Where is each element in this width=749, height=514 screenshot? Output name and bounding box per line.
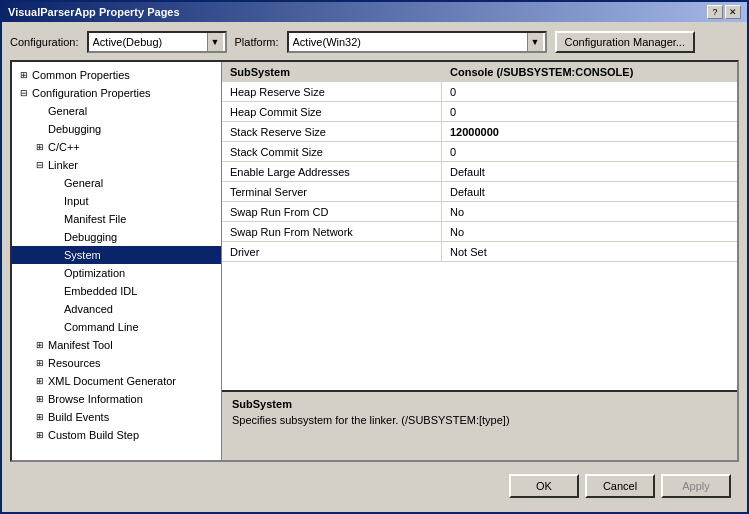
tree-item-xml-doc-gen[interactable]: ⊞XML Document Generator — [12, 372, 221, 390]
prop-row-7[interactable]: Swap Run From NetworkNo — [222, 222, 737, 242]
prop-row-4[interactable]: Enable Large AddressesDefault — [222, 162, 737, 182]
tree-item-linker-input[interactable]: Input — [12, 192, 221, 210]
tree-item-label-debugging: Debugging — [48, 123, 221, 135]
expand-icon-linker: ⊟ — [32, 157, 48, 173]
expand-icon-common-props: ⊞ — [16, 67, 32, 83]
prop-row-1[interactable]: Heap Commit Size0 — [222, 102, 737, 122]
tree-item-label-embedded-idl: Embedded IDL — [64, 285, 221, 297]
prop-row-3[interactable]: Stack Commit Size0 — [222, 142, 737, 162]
tree-item-label-linker-general: General — [64, 177, 221, 189]
prop-name-7: Swap Run From Network — [222, 222, 442, 241]
tree-item-cpp[interactable]: ⊞C/C++ — [12, 138, 221, 156]
tree-item-label-system: System — [64, 249, 221, 261]
prop-value-6: No — [442, 202, 737, 221]
platform-label: Platform: — [235, 36, 279, 48]
main-panel: ⊞Common Properties⊟Configuration Propert… — [10, 60, 739, 462]
expand-icon-optimization — [48, 265, 64, 281]
top-bar: Configuration: Active(Debug) ▼ Platform:… — [10, 30, 739, 54]
tree-item-debugging[interactable]: Debugging — [12, 120, 221, 138]
help-button[interactable]: ? — [707, 5, 723, 19]
window-title: VisualParserApp Property Pages — [8, 6, 180, 18]
apply-button[interactable]: Apply — [661, 474, 731, 498]
ok-button[interactable]: OK — [509, 474, 579, 498]
tree-item-label-common-props: Common Properties — [32, 69, 221, 81]
expand-icon-browse-info: ⊞ — [32, 391, 48, 407]
tree-item-label-manifest-file: Manifest File — [64, 213, 221, 225]
close-button[interactable]: ✕ — [725, 5, 741, 19]
tree-item-label-resources: Resources — [48, 357, 221, 369]
prop-name-1: Heap Commit Size — [222, 102, 442, 121]
tree-item-label-config-props: Configuration Properties — [32, 87, 221, 99]
tree-item-linker-debugging[interactable]: Debugging — [12, 228, 221, 246]
platform-dropdown[interactable]: Active(Win32) ▼ — [287, 31, 547, 53]
properties-table: SubSystem Console (/SUBSYSTEM:CONSOLE) H… — [222, 62, 737, 390]
prop-row-6[interactable]: Swap Run From CDNo — [222, 202, 737, 222]
config-value: Active(Debug) — [93, 36, 221, 48]
expand-icon-build-events: ⊞ — [32, 409, 48, 425]
bottom-bar: OK Cancel Apply — [10, 468, 739, 504]
config-manager-button[interactable]: Configuration Manager... — [555, 31, 695, 53]
tree-item-embedded-idl[interactable]: Embedded IDL — [12, 282, 221, 300]
prop-value-4: Default — [442, 162, 737, 181]
expand-icon-embedded-idl — [48, 283, 64, 299]
prop-row-5[interactable]: Terminal ServerDefault — [222, 182, 737, 202]
tree-item-browse-info[interactable]: ⊞Browse Information — [12, 390, 221, 408]
tree-item-general[interactable]: General — [12, 102, 221, 120]
tree-item-manifest-tool[interactable]: ⊞Manifest Tool — [12, 336, 221, 354]
prop-name-3: Stack Commit Size — [222, 142, 442, 161]
tree-item-label-general: General — [48, 105, 221, 117]
tree-item-linker-general[interactable]: General — [12, 174, 221, 192]
expand-icon-debugging — [32, 121, 48, 137]
config-dropdown-arrow: ▼ — [207, 33, 223, 51]
description-text: Specifies subsystem for the linker. (/SU… — [232, 414, 727, 426]
tree-item-label-linker-input: Input — [64, 195, 221, 207]
prop-value-1: 0 — [442, 102, 737, 121]
tree-item-custom-build[interactable]: ⊞Custom Build Step — [12, 426, 221, 444]
tree-item-label-command-line: Command Line — [64, 321, 221, 333]
expand-icon-xml-doc-gen: ⊞ — [32, 373, 48, 389]
prop-name-5: Terminal Server — [222, 182, 442, 201]
prop-header-row: SubSystem Console (/SUBSYSTEM:CONSOLE) — [222, 62, 737, 82]
tree-item-advanced[interactable]: Advanced — [12, 300, 221, 318]
prop-value-8: Not Set — [442, 242, 737, 261]
tree-item-system[interactable]: System — [12, 246, 221, 264]
content-panel: SubSystem Console (/SUBSYSTEM:CONSOLE) H… — [222, 62, 737, 460]
prop-value-3: 0 — [442, 142, 737, 161]
expand-icon-manifest-tool: ⊞ — [32, 337, 48, 353]
prop-name-0: Heap Reserve Size — [222, 82, 442, 101]
cancel-button[interactable]: Cancel — [585, 474, 655, 498]
prop-row-2[interactable]: Stack Reserve Size12000000 — [222, 122, 737, 142]
expand-icon-linker-general — [48, 175, 64, 191]
tree-item-label-linker: Linker — [48, 159, 221, 171]
tree-item-config-props[interactable]: ⊟Configuration Properties — [12, 84, 221, 102]
expand-icon-config-props: ⊟ — [16, 85, 32, 101]
expand-icon-advanced — [48, 301, 64, 317]
prop-value-5: Default — [442, 182, 737, 201]
tree-item-label-build-events: Build Events — [48, 411, 221, 423]
tree-item-optimization[interactable]: Optimization — [12, 264, 221, 282]
tree-item-resources[interactable]: ⊞Resources — [12, 354, 221, 372]
prop-row-8[interactable]: DriverNot Set — [222, 242, 737, 262]
tree-item-manifest-file[interactable]: Manifest File — [12, 210, 221, 228]
tree-panel: ⊞Common Properties⊟Configuration Propert… — [12, 62, 222, 460]
tree-item-common-props[interactable]: ⊞Common Properties — [12, 66, 221, 84]
expand-icon-system — [48, 247, 64, 263]
platform-dropdown-arrow: ▼ — [527, 33, 543, 51]
prop-row-0[interactable]: Heap Reserve Size0 — [222, 82, 737, 102]
platform-value: Active(Win32) — [293, 36, 541, 48]
prop-name-2: Stack Reserve Size — [222, 122, 442, 141]
tree-item-label-cpp: C/C++ — [48, 141, 221, 153]
tree-item-label-advanced: Advanced — [64, 303, 221, 315]
tree-item-label-optimization: Optimization — [64, 267, 221, 279]
prop-name-6: Swap Run From CD — [222, 202, 442, 221]
tree-item-linker[interactable]: ⊟Linker — [12, 156, 221, 174]
tree-item-command-line[interactable]: Command Line — [12, 318, 221, 336]
tree-item-build-events[interactable]: ⊞Build Events — [12, 408, 221, 426]
prop-name-8: Driver — [222, 242, 442, 261]
expand-icon-command-line — [48, 319, 64, 335]
expand-icon-general — [32, 103, 48, 119]
prop-value-2: 12000000 — [442, 122, 737, 141]
window-content: Configuration: Active(Debug) ▼ Platform:… — [2, 22, 747, 512]
expand-icon-custom-build: ⊞ — [32, 427, 48, 443]
config-dropdown[interactable]: Active(Debug) ▼ — [87, 31, 227, 53]
